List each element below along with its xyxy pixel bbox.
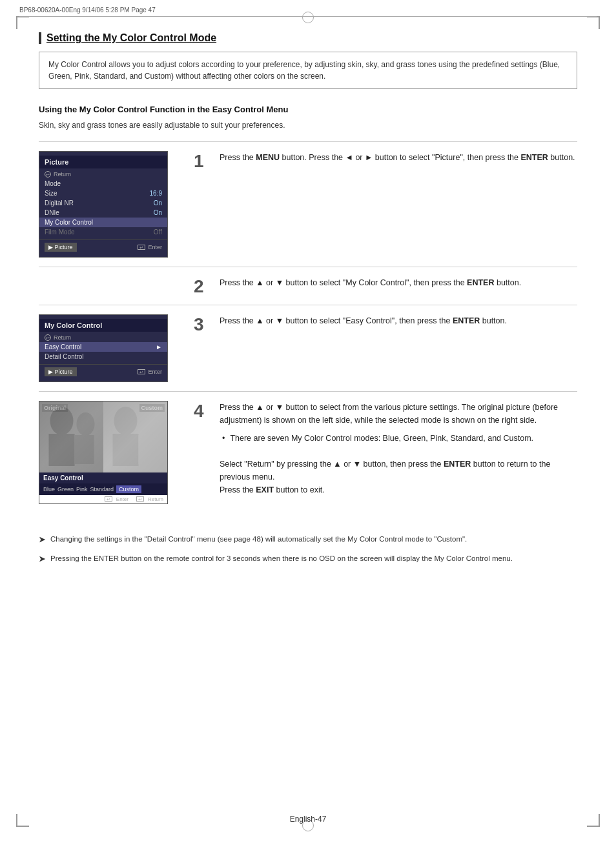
option-standard: Standard — [90, 486, 114, 493]
osd2-easy-row: Easy Control ► — [39, 342, 167, 352]
osd1-title: Picture — [39, 156, 167, 168]
custom-image-svg — [103, 401, 167, 472]
svg-point-1 — [50, 407, 74, 435]
return-icon-3: ↩ — [136, 496, 144, 502]
original-side: Original — [39, 401, 103, 472]
svg-point-3 — [77, 412, 95, 436]
option-green: Green — [57, 486, 74, 493]
step1-text: Press the MENU button. Press the ◄ or ► … — [220, 151, 575, 258]
osd3-enter-row: ↵ Enter ↩ Return — [39, 495, 167, 503]
svg-rect-7 — [113, 434, 139, 466]
svg-point-6 — [114, 407, 138, 435]
osd1-dnie-value: On — [154, 209, 162, 216]
step2-text: Press the ▲ or ▼ button to select "My Co… — [220, 276, 521, 296]
note-item-2: ➤ Pressing the ENTER button on the remot… — [39, 553, 577, 565]
step4-bullet: • There are seven My Color Control modes… — [222, 432, 577, 445]
note-arrow-1: ➤ — [39, 534, 45, 545]
bullet-dot: • — [222, 432, 225, 445]
step-number-1: 1 — [194, 152, 209, 258]
steps-area: Picture ↩ Return Mode Size 16:9 Digital … — [39, 141, 577, 513]
description-text: My Color Control allows you to adjust co… — [48, 60, 560, 81]
osd1-filmmode-value: Off — [154, 229, 162, 236]
step4-screenshot: Original Custom — [39, 401, 181, 504]
function-title: Using the My Color Control Function in t… — [39, 105, 577, 114]
corner-mark-tl — [16, 16, 29, 29]
step3-text: Press the ▲ or ▼ button to select "Easy … — [220, 314, 507, 382]
svg-point-8 — [141, 412, 159, 436]
return-circle-icon-2: ↩ — [45, 334, 51, 341]
svg-rect-9 — [139, 435, 158, 464]
step-row-3: My Color Control ↩ Return Easy Control ►… — [39, 305, 577, 391]
split-image: Original Custom — [39, 401, 167, 472]
osd2-detail-label: Detail Control — [45, 353, 84, 360]
step3-screenshot: My Color Control ↩ Return Easy Control ►… — [39, 314, 181, 382]
step-row-4: Original Custom — [39, 391, 577, 513]
osd1-enter-text: Enter — [148, 244, 162, 250]
page-footer: English-47 — [0, 815, 616, 824]
svg-rect-4 — [75, 435, 94, 464]
osd1-mode-row: Mode — [39, 179, 167, 188]
enter-icon-3: ↵ — [105, 496, 112, 502]
section-title: Setting the My Color Control Mode — [46, 32, 216, 43]
osd1-mycolor-label: My Color Control — [45, 219, 93, 226]
easy-control-bar: Easy Control — [39, 472, 167, 483]
osd1-size-value: 16:9 — [150, 190, 162, 197]
step4-bullet-text: There are seven My Color Control modes: … — [230, 432, 533, 445]
step3-content: 3 Press the ▲ or ▼ button to select "Eas… — [194, 314, 577, 382]
step1-content: 1 Press the MENU button. Press the ◄ or … — [194, 151, 577, 258]
osd1-dnie-row: DNIe On — [39, 208, 167, 218]
osd2-enter-icon: ↵ Enter — [138, 369, 162, 375]
step-number-4: 4 — [194, 402, 209, 504]
osd1-dnr-label: Digital NR — [45, 199, 74, 207]
osd1-size-row: Size 16:9 — [39, 188, 167, 198]
osd1-mode-label: Mode — [45, 180, 61, 187]
osd1-bottom: ▶ Picture ↵ Enter — [39, 239, 167, 253]
osd1-filmmode-label: Film Mode — [45, 229, 75, 236]
description-box: My Color Control allows you to adjust co… — [39, 52, 577, 89]
header-bar: BP68-00620A-00Eng 9/14/06 5:28 PM Page 4… — [19, 6, 597, 17]
return-circle-icon: ↩ — [45, 171, 51, 178]
osd1-size-label: Size — [45, 190, 57, 197]
osd1-bottom-label: ▶ Picture — [45, 243, 77, 252]
osd2-enter-text: Enter — [148, 369, 162, 375]
osd1-mycolor-row: My Color Control — [39, 218, 167, 227]
footer-text: English-47 — [290, 815, 327, 824]
osd1-dnie-label: DNIe — [45, 209, 59, 216]
split-screen-display: Original Custom — [39, 401, 168, 504]
osd3-enter-text: Enter — [116, 496, 128, 502]
step2-content: 2 Press the ▲ or ▼ button to select "My … — [194, 276, 577, 296]
osd2-bottom: ▶ Picture ↵ Enter — [39, 364, 167, 378]
step2-screenshot — [39, 276, 181, 296]
step-number-3: 3 — [194, 316, 209, 382]
osd1-filmmode-row: Film Mode Off — [39, 227, 167, 237]
enter-icon-2: ↵ — [138, 369, 145, 374]
step-row-1: Picture ↩ Return Mode Size 16:9 Digital … — [39, 141, 577, 267]
osd-picture-menu: Picture ↩ Return Mode Size 16:9 Digital … — [39, 151, 168, 258]
osd1-return-row: ↩ Return — [39, 170, 167, 179]
osd2-return-label: Return — [54, 334, 71, 341]
function-subtitle: Skin, sky and grass tones are easily adj… — [39, 121, 577, 130]
enter-icon-1: ↵ — [138, 245, 145, 250]
original-image-svg — [39, 401, 103, 472]
osd2-bottom-label: ▶ Picture — [45, 367, 77, 376]
osd2-easy-arrow: ► — [156, 343, 162, 350]
svg-rect-2 — [49, 434, 75, 466]
note-item-1: ➤ Changing the settings in the "Detail C… — [39, 534, 577, 545]
option-pink: Pink — [76, 486, 88, 493]
note-arrow-2: ➤ — [39, 554, 45, 565]
option-custom-selected: Custom — [116, 485, 141, 493]
osd3-return-text: Return — [148, 496, 163, 502]
main-content: Setting the My Color Control Mode My Col… — [39, 32, 577, 573]
step-row-2: 2 Press the ▲ or ▼ button to select "My … — [39, 267, 577, 305]
corner-mark-tr — [587, 16, 600, 29]
osd1-return-label: Return — [54, 171, 71, 178]
osd2-detail-row: Detail Control — [39, 352, 167, 361]
step-number-2: 2 — [194, 278, 209, 296]
osd1-dnr-value: On — [154, 199, 162, 207]
step4-content: 4 Press the ▲ or ▼ button to select from… — [194, 401, 577, 504]
custom-side: Custom — [103, 401, 167, 472]
header-text: BP68-00620A-00Eng 9/14/06 5:28 PM Page 4… — [19, 6, 156, 14]
osd2-easy-label: Easy Control — [45, 343, 81, 350]
note-text-1: Changing the settings in the "Detail Con… — [50, 534, 467, 545]
step4-text: Press the ▲ or ▼ button to select from t… — [220, 401, 577, 504]
